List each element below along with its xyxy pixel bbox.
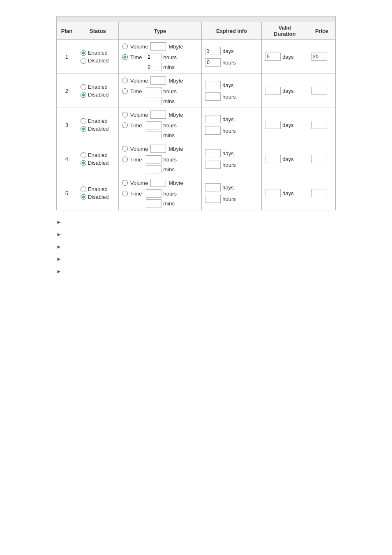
- disabled-radio-1[interactable]: [81, 58, 86, 64]
- time-radio-5[interactable]: [122, 191, 128, 196]
- expired-days-input-1[interactable]: [205, 47, 221, 55]
- disabled-radio-5[interactable]: [81, 194, 86, 200]
- expired-days-input-4[interactable]: [205, 149, 221, 157]
- enabled-radio-row-1[interactable]: Enabled: [81, 50, 115, 56]
- enabled-radio-row-5[interactable]: Enabled: [81, 186, 115, 192]
- time-radio-2[interactable]: [122, 88, 128, 94]
- valid-days-input-3[interactable]: [265, 121, 281, 129]
- price-input-1[interactable]: [311, 53, 327, 61]
- mins-input-5[interactable]: [146, 199, 161, 207]
- volume-row-5: VolumeMbyte: [122, 179, 198, 187]
- enabled-radio-4[interactable]: [81, 152, 86, 158]
- mins-input-1[interactable]: [146, 63, 161, 71]
- volume-radio-4[interactable]: [122, 146, 128, 152]
- expired-cell-2: dayshours: [202, 74, 262, 108]
- expired-hours-input-4[interactable]: [205, 161, 221, 169]
- mins-input-2[interactable]: [146, 97, 161, 105]
- hours-input-3[interactable]: [146, 121, 161, 129]
- volume-unit-3: Mbyte: [168, 112, 183, 118]
- hours-unit-5: hours: [163, 191, 177, 197]
- arrow-icon-2: ►: [56, 231, 62, 237]
- volume-radio-1[interactable]: [122, 44, 128, 49]
- enabled-radio-2[interactable]: [81, 84, 86, 90]
- price-input-5[interactable]: [311, 189, 327, 197]
- price-cell-4: [308, 142, 335, 176]
- enabled-radio-1[interactable]: [81, 50, 86, 56]
- expired-days-label-4: days: [222, 150, 233, 157]
- time-section-5: Timehoursmins: [122, 189, 198, 207]
- expired-days-input-3[interactable]: [205, 115, 221, 123]
- disabled-radio-row-1[interactable]: Disabled: [81, 58, 115, 64]
- valid-cell-5: days: [262, 176, 308, 210]
- mins-unit-2: mins: [163, 98, 174, 104]
- price-input-4[interactable]: [311, 155, 327, 163]
- arrow-icon-5: ►: [56, 268, 62, 274]
- volume-input-2[interactable]: [150, 76, 166, 85]
- expired-hours-label-3: hours: [222, 128, 236, 134]
- price-input-2[interactable]: [311, 87, 327, 95]
- enabled-radio-row-3[interactable]: Enabled: [81, 118, 115, 124]
- disabled-radio-row-5[interactable]: Disabled: [81, 194, 115, 200]
- disabled-radio-2[interactable]: [81, 92, 86, 98]
- volume-row-1: VolumeMbyte: [122, 42, 198, 51]
- valid-days-input-5[interactable]: [265, 189, 281, 197]
- mins-input-3[interactable]: [146, 131, 161, 139]
- disabled-radio-4[interactable]: [81, 160, 86, 166]
- arrow-item-2: ►: [56, 231, 336, 237]
- expired-days-input-5[interactable]: [205, 183, 221, 191]
- valid-days-input-4[interactable]: [265, 155, 281, 163]
- expired-cell-1: dayshours: [202, 40, 262, 74]
- time-radio-3[interactable]: [122, 122, 128, 128]
- expired-days-input-2[interactable]: [205, 81, 221, 89]
- expired-hours-input-2[interactable]: [205, 92, 221, 101]
- price-input-3[interactable]: [311, 121, 327, 129]
- valid-days-input-2[interactable]: [265, 87, 281, 95]
- valid-group-3: days: [265, 121, 304, 129]
- enabled-radio-5[interactable]: [81, 187, 86, 192]
- hours-input-1[interactable]: [146, 53, 161, 61]
- expired-hours-input-3[interactable]: [205, 127, 221, 135]
- valid-days-label-5: days: [282, 190, 293, 196]
- mins-row-5: mins: [146, 199, 177, 207]
- time-inputs-2: hoursmins: [146, 87, 177, 105]
- enabled-label-4: Enabled: [88, 152, 108, 158]
- hours-input-2[interactable]: [146, 87, 161, 95]
- time-radio-4[interactable]: [122, 157, 128, 162]
- expired-cell-4: dayshours: [202, 142, 262, 176]
- col-valid: ValidDuration: [262, 22, 308, 40]
- enabled-radio-row-4[interactable]: Enabled: [81, 152, 115, 158]
- col-expired: Expired info: [202, 22, 262, 40]
- enabled-label-2: Enabled: [88, 84, 108, 90]
- volume-input-3[interactable]: [150, 111, 166, 119]
- disabled-radio-row-3[interactable]: Disabled: [81, 126, 115, 132]
- expired-hours-input-1[interactable]: [205, 58, 221, 67]
- mins-row-1: mins: [146, 63, 177, 71]
- volume-radio-5[interactable]: [122, 180, 128, 186]
- volume-input-4[interactable]: [150, 145, 166, 153]
- enabled-radio-row-2[interactable]: Enabled: [81, 84, 115, 90]
- expired-hours-input-5[interactable]: [205, 195, 221, 203]
- disabled-radio-row-4[interactable]: Disabled: [81, 160, 115, 166]
- price-cell-2: [308, 74, 335, 108]
- time-radio-1[interactable]: [122, 54, 128, 60]
- expired-hours-row-1: hours: [205, 58, 258, 67]
- hours-input-4[interactable]: [146, 155, 161, 164]
- time-inputs-3: hoursmins: [146, 121, 177, 139]
- mins-input-4[interactable]: [146, 165, 161, 173]
- volume-radio-3[interactable]: [122, 112, 128, 117]
- time-label-5: Time: [130, 191, 142, 197]
- expired-days-row-3: days: [205, 115, 258, 123]
- volume-input-5[interactable]: [150, 179, 166, 187]
- status-cell-3: EnabledDisabled: [77, 108, 118, 142]
- time-inputs-4: hoursmins: [146, 155, 177, 173]
- hours-input-5[interactable]: [146, 189, 161, 198]
- disabled-radio-3[interactable]: [81, 126, 86, 132]
- arrow-icon-1: ►: [56, 219, 62, 225]
- status-cell-2: EnabledDisabled: [77, 74, 118, 108]
- volume-input-1[interactable]: [150, 42, 166, 51]
- volume-radio-2[interactable]: [122, 78, 128, 83]
- disabled-radio-row-2[interactable]: Disabled: [81, 92, 115, 98]
- enabled-radio-3[interactable]: [81, 118, 86, 124]
- arrow-list: ► ► ► ► ►: [56, 219, 336, 274]
- valid-days-input-1[interactable]: [265, 53, 281, 61]
